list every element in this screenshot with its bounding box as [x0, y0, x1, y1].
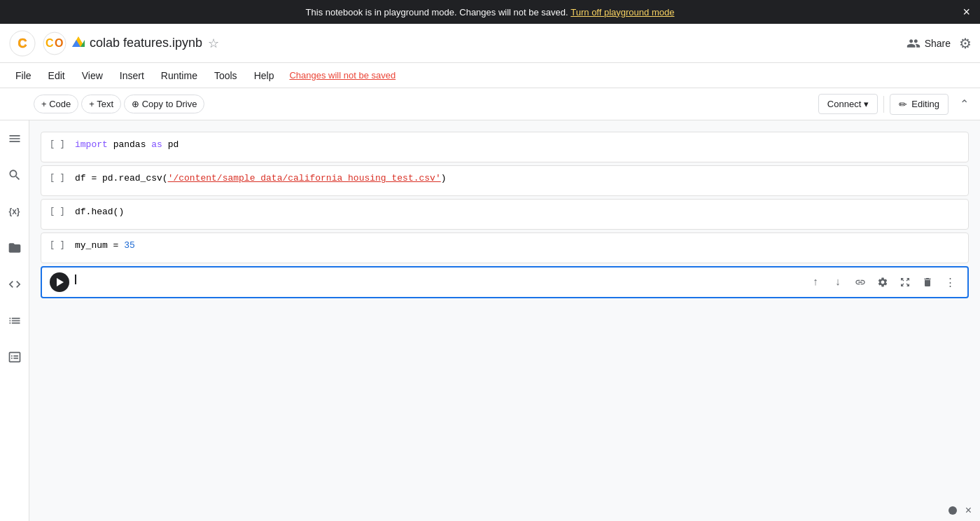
sidebar-icon-code[interactable]	[2, 272, 27, 297]
code-text-pandas: pandas	[113, 139, 152, 150]
sidebar-icon-variables[interactable]: {x}	[2, 199, 27, 224]
cell-3[interactable]: [ ] df.head()	[41, 199, 969, 230]
sidebar-icon-terminal[interactable]	[2, 345, 27, 370]
code-close-paren: )	[441, 173, 447, 183]
code-my-num: my_num =	[75, 240, 124, 251]
menu-view[interactable]: View	[75, 67, 110, 84]
colab-logo: C C	[8, 29, 36, 57]
chevron-down-icon: ▾	[864, 99, 869, 109]
sidebar-icon-search[interactable]	[2, 162, 27, 188]
cell-toolbar: ↑ ↓ ⋮	[806, 272, 960, 292]
status-dot	[948, 506, 957, 515]
add-text-button[interactable]: + Text	[81, 95, 121, 113]
copy-to-drive-button[interactable]: ⊕ Copy to Drive	[124, 95, 204, 113]
notebook[interactable]: [ ] import pandas as pd [ ] df = pd.read…	[29, 120, 980, 521]
changes-warning[interactable]: Changes will not be saved	[289, 70, 396, 81]
cell-1-bracket: [ ]	[50, 138, 69, 149]
cell-more-button[interactable]: ⋮	[940, 272, 960, 292]
menu-bar: File Edit View Insert Runtime Tools Help…	[0, 63, 980, 88]
code-df-head: df.head()	[75, 207, 124, 217]
playground-banner: This notebook is in playground mode. Cha…	[0, 0, 980, 24]
connect-button[interactable]: Connect ▾	[818, 94, 878, 114]
editing-label: Editing	[911, 99, 939, 109]
add-code-button[interactable]: + Code	[34, 95, 78, 113]
cell-1[interactable]: [ ] import pandas as pd	[41, 132, 969, 162]
menu-tools[interactable]: Tools	[207, 67, 244, 84]
run-button[interactable]	[50, 272, 69, 292]
cell-2-bracket: [ ]	[50, 172, 69, 183]
editing-button[interactable]: ✏ Editing	[890, 94, 948, 115]
cell-5-content[interactable]	[75, 272, 800, 287]
cell-1-content: import pandas as pd	[75, 138, 960, 153]
menu-file[interactable]: File	[8, 67, 38, 84]
drive-icon	[71, 35, 85, 52]
cell-expand-button[interactable]	[895, 272, 915, 292]
collapse-button[interactable]: ⌃	[954, 95, 974, 113]
bottom-close-button[interactable]: ×	[965, 504, 972, 517]
svg-text:C: C	[46, 37, 54, 49]
cell-2[interactable]: [ ] df = pd.read_csv('/content/sample_da…	[41, 165, 969, 196]
variables-icon-label: {x}	[8, 207, 20, 216]
sidebar: {x}	[0, 120, 29, 521]
cell-3-bracket: [ ]	[50, 205, 69, 216]
code-num-35: 35	[124, 240, 135, 251]
code-text-pd: pd	[168, 139, 179, 150]
main-layout: {x} [ ] import pandas as pd [	[0, 120, 980, 521]
header-right: Share ⚙	[906, 35, 972, 52]
svg-text:C: C	[18, 36, 27, 50]
toolbar-right: Connect ▾ ✏ Editing ⌃	[818, 94, 974, 115]
share-label: Share	[925, 38, 951, 49]
pencil-icon: ✏	[899, 99, 907, 110]
banner-close-button[interactable]: ×	[962, 5, 970, 20]
cell-5-active[interactable]: ↑ ↓ ⋮	[41, 266, 969, 298]
share-button[interactable]: Share	[906, 36, 951, 50]
people-icon	[906, 36, 920, 50]
menu-edit[interactable]: Edit	[41, 67, 72, 84]
connect-label: Connect	[827, 99, 861, 109]
cell-4-content: my_num = 35	[75, 239, 960, 253]
code-csv-path: '/content/sample_data/california_housing…	[168, 173, 441, 183]
code-df-assign: df = pd.read_csv(	[75, 173, 168, 183]
cell-2-content: df = pd.read_csv('/content/sample_data/c…	[75, 172, 960, 186]
cell-4[interactable]: [ ] my_num = 35	[41, 232, 969, 263]
cell-link-button[interactable]	[850, 272, 870, 292]
notebook-title[interactable]: colab features.ipynb	[90, 36, 202, 50]
cell-settings-button[interactable]	[873, 272, 892, 292]
toolbar: + Code + Text ⊕ Copy to Drive Connect ▾ …	[0, 88, 980, 120]
settings-icon[interactable]: ⚙	[959, 35, 972, 52]
cell-3-content: df.head()	[75, 205, 960, 220]
cell-delete-button[interactable]	[918, 272, 937, 292]
sidebar-icon-files[interactable]	[2, 235, 27, 260]
cell-move-down-button[interactable]: ↓	[828, 272, 848, 292]
menu-help[interactable]: Help	[247, 67, 281, 84]
star-icon[interactable]: ☆	[208, 36, 219, 51]
menu-insert[interactable]: Insert	[113, 67, 151, 84]
sidebar-icon-snippets[interactable]	[2, 308, 27, 333]
sidebar-icon-menu[interactable]	[2, 126, 27, 151]
header: C C C O colab features.ipynb ☆ Share ⚙	[0, 24, 980, 63]
cell-4-bracket: [ ]	[50, 239, 69, 250]
keyword-as: as	[151, 139, 162, 150]
menu-runtime[interactable]: Runtime	[154, 67, 204, 84]
run-triangle-icon	[57, 278, 64, 286]
banner-message: This notebook is in playground mode. Cha…	[306, 7, 568, 18]
text-cursor	[75, 275, 76, 284]
keyword-import: import	[75, 139, 108, 150]
svg-text:O: O	[55, 37, 63, 49]
cell-move-up-button[interactable]: ↑	[806, 272, 825, 292]
turn-off-playground-link[interactable]: Turn off playground mode	[570, 7, 674, 18]
colab-logo-icon: C O	[42, 31, 67, 56]
bottom-bar: ×	[940, 500, 980, 521]
